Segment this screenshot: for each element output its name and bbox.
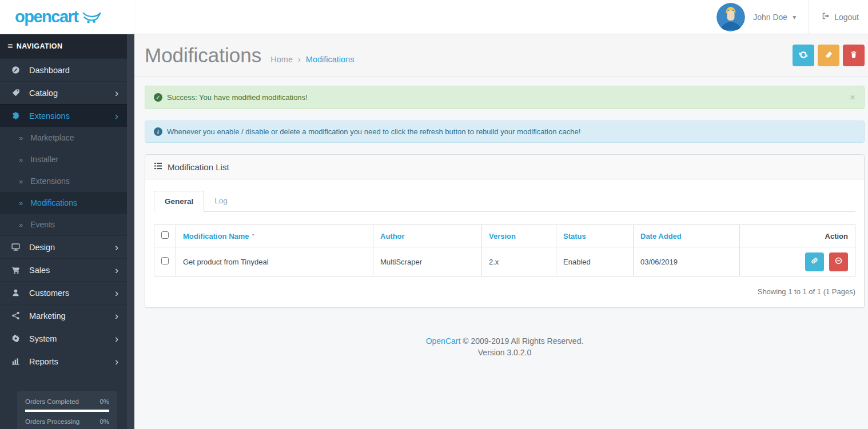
- chevron-right-icon: ›: [115, 265, 118, 275]
- submenu-arrow-icon: »: [19, 220, 23, 229]
- sidebar-scroll-strip[interactable]: [127, 34, 134, 429]
- cell-author: MultiScraper: [373, 247, 482, 276]
- sidebar-item-label: Installer: [30, 155, 58, 164]
- sidebar-menu-lower: Design › Sales › Customers ›: [0, 235, 127, 372]
- sidebar-item-marketplace[interactable]: » Marketplace: [0, 127, 127, 149]
- chevron-right-icon: ›: [115, 242, 118, 252]
- footer-copyright-line: OpenCart © 2009-2019 All Rights Reserved…: [145, 336, 865, 346]
- sort-name-link[interactable]: Modification Nameˆ: [183, 232, 254, 240]
- clear-cache-button[interactable]: [818, 45, 839, 66]
- monitor-icon: [11, 243, 21, 252]
- sidebar-item-label: Extensions: [30, 177, 69, 186]
- stat-value: 0%: [99, 398, 109, 405]
- rebuild-link-button[interactable]: [805, 252, 824, 271]
- modification-table: Modification Nameˆ Author Version Status: [154, 224, 855, 276]
- stat-label: Orders Processing: [25, 418, 79, 425]
- tab-general[interactable]: General: [154, 191, 204, 212]
- breadcrumb-current[interactable]: Modifications: [306, 55, 355, 64]
- sort-date-link[interactable]: Date Added: [640, 232, 682, 240]
- sidebar-menu: Dashboard Catalog › Extensions ›: [0, 58, 127, 127]
- panel-title: Modification List: [168, 162, 229, 172]
- sidebar-item-marketing[interactable]: Marketing ›: [0, 304, 127, 327]
- select-all-checkbox[interactable]: [161, 231, 169, 239]
- breadcrumb-home[interactable]: Home: [270, 55, 293, 64]
- sort-version-link[interactable]: Version: [489, 232, 516, 240]
- logo[interactable]: opencart: [0, 0, 134, 34]
- sidebar-item-events[interactable]: » Events: [0, 214, 127, 235]
- sidebar-item-label: Customers: [29, 288, 69, 298]
- disable-button[interactable]: [829, 252, 848, 271]
- sidebar-item-sales[interactable]: Sales ›: [0, 258, 127, 281]
- success-alert: ✓ Success: You have modified modificatio…: [145, 86, 865, 109]
- user-menu[interactable]: John Doe ▾: [745, 0, 809, 34]
- table-header-row: Modification Nameˆ Author Version Status: [154, 225, 855, 247]
- chevron-right-icon: ›: [115, 288, 118, 298]
- sidebar-item-label: Marketing: [29, 311, 66, 320]
- copyright-text: © 2009-2019 All Rights Reserved.: [463, 336, 583, 346]
- pagination-text: Showing 1 to 1 of 1 (1 Pages): [758, 287, 855, 296]
- sidebar-item-design[interactable]: Design ›: [0, 235, 127, 258]
- col-header-label: Modification Name: [183, 232, 249, 240]
- sidebar-item-customers[interactable]: Customers ›: [0, 281, 127, 304]
- share-icon: [11, 311, 21, 320]
- stat-label: Orders Completed: [25, 398, 79, 405]
- caret-down-icon: ▾: [793, 13, 796, 21]
- cart-logo-icon: [82, 11, 101, 26]
- list-icon: [154, 162, 162, 172]
- page-body: ✓ Success: You have modified modificatio…: [134, 77, 868, 429]
- stat-progress-bar: [25, 410, 109, 412]
- username: John Doe: [753, 13, 787, 22]
- row-checkbox[interactable]: [161, 257, 169, 264]
- row-select-cell: [154, 247, 176, 276]
- col-header-date-added: Date Added: [634, 225, 740, 247]
- sidebar-item-system[interactable]: System ›: [0, 327, 127, 350]
- tab-log[interactable]: Log: [204, 191, 238, 211]
- sort-author-link[interactable]: Author: [380, 232, 405, 240]
- col-header-version: Version: [482, 225, 556, 247]
- info-alert: i Whenever you enable / disable or delet…: [145, 121, 865, 143]
- logout-label: Logout: [834, 13, 859, 22]
- close-icon[interactable]: ×: [850, 93, 855, 102]
- cell-version: 2.x: [482, 247, 556, 276]
- cell-status: Enabled: [556, 247, 634, 276]
- sidebar-item-label: Marketplace: [30, 133, 74, 142]
- sort-asc-icon: ˆ: [252, 233, 254, 240]
- sort-status-link[interactable]: Status: [563, 232, 586, 240]
- sidebar-item-extensions-sub[interactable]: » Extensions: [0, 170, 127, 192]
- gear-icon: [11, 334, 21, 343]
- sidebar-item-reports[interactable]: Reports ›: [0, 350, 127, 372]
- opencart-link[interactable]: OpenCart: [426, 336, 461, 346]
- panel-body: General Log Modification Nameˆ: [145, 179, 864, 307]
- tags-icon: [11, 89, 21, 98]
- check-circle-icon: ✓: [154, 93, 162, 102]
- avatar[interactable]: [716, 3, 745, 31]
- logout-button[interactable]: Logout: [809, 0, 859, 34]
- refresh-icon: [799, 50, 808, 61]
- chevron-right-icon: ›: [115, 334, 118, 344]
- sidebar-item-installer[interactable]: » Installer: [0, 149, 127, 170]
- modification-list-panel: Modification List General Log: [145, 154, 865, 308]
- page-header: Modifications Home › Modifications: [134, 34, 868, 77]
- delete-button[interactable]: [843, 45, 865, 66]
- sidebar-item-label: System: [29, 334, 57, 343]
- logo-text: opencart: [15, 9, 78, 25]
- sidebar-item-dashboard[interactable]: Dashboard: [0, 58, 127, 81]
- sidebar-item-label: Sales: [29, 266, 50, 275]
- breadcrumb-separator: ›: [298, 55, 301, 64]
- chain-link-icon: [810, 256, 819, 267]
- trash-icon: [850, 50, 858, 61]
- refresh-button[interactable]: [793, 45, 814, 66]
- sidebar-item-catalog[interactable]: Catalog ›: [0, 81, 127, 104]
- hamburger-icon: ≡: [7, 42, 13, 51]
- dashboard-icon: [11, 66, 21, 75]
- sidebar-item-extensions[interactable]: Extensions ›: [0, 104, 127, 127]
- sign-out-icon: [822, 12, 830, 22]
- user-icon: [11, 288, 21, 298]
- sidebar-item-label: Catalog: [29, 89, 58, 98]
- stat-orders-completed: Orders Completed 0%: [25, 398, 109, 405]
- info-alert-text: Whenever you enable / disable or delete …: [167, 127, 580, 136]
- sidebar-item-modifications[interactable]: » Modifications: [0, 192, 127, 214]
- footer-version: Version 3.0.2.0: [145, 348, 865, 357]
- header-buttons: [793, 45, 865, 66]
- sidebar-item-label: Modifications: [30, 198, 77, 207]
